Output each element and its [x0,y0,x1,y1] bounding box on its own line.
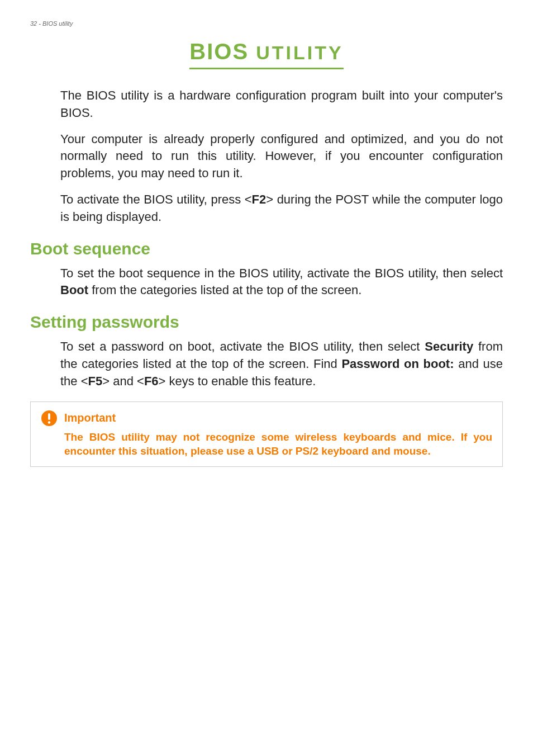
key-f5: F5 [88,374,103,388]
callout-body: The BIOS utility may not recognize some … [41,430,492,459]
text: > keys to enable this feature. [159,374,316,388]
menu-security: Security [425,339,473,353]
svg-rect-1 [48,413,50,420]
page-content: BIOS UTILITY The BIOS utility is a hardw… [0,0,533,467]
page-header: 32 - BIOS utility [30,20,73,27]
text: from the categories listed at the top of… [88,283,361,297]
important-callout: Important The BIOS utility may not recog… [30,401,503,467]
menu-boot: Boot [60,283,88,297]
key-f6: F6 [144,374,159,388]
text: To set a password on boot, activate the … [60,339,425,353]
key-f2: F2 [252,192,266,206]
setting-passwords-heading: Setting passwords [30,313,503,332]
svg-point-2 [48,421,50,423]
option-password-on-boot: Password on boot: [341,357,454,371]
text: To set the boot sequence in the BIOS uti… [60,266,503,280]
page-title: BIOS UTILITY [189,39,343,69]
boot-sequence-paragraph: To set the boot sequence in the BIOS uti… [30,265,503,300]
intro-paragraph-3: To activate the BIOS utility, press <F2>… [30,191,503,226]
setting-passwords-paragraph: To set a password on boot, activate the … [30,338,503,390]
text: > and < [102,374,144,388]
callout-title: Important [64,412,116,424]
callout-header: Important [41,410,492,427]
title-sub: UTILITY [256,42,343,63]
intro-paragraph-2: Your computer is already properly config… [30,131,503,182]
warning-icon [41,410,58,427]
text: To activate the BIOS utility, press < [60,192,252,206]
boot-sequence-heading: Boot sequence [30,239,503,258]
title-wrap: BIOS UTILITY [30,39,503,69]
title-main: BIOS [189,39,249,64]
intro-paragraph-1: The BIOS utility is a hardware configura… [30,87,503,122]
